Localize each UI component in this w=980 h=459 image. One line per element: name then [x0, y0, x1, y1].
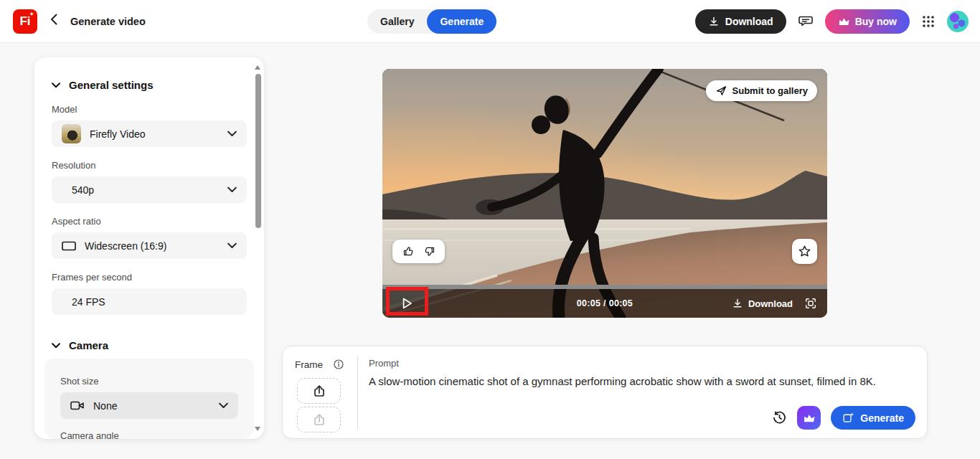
crown-icon	[838, 16, 849, 27]
apps-grid-button[interactable]	[921, 14, 936, 29]
chevron-down-icon	[227, 131, 237, 137]
chevron-down-icon	[227, 186, 237, 193]
submit-to-gallery-button[interactable]: Submit to gallery	[706, 80, 817, 101]
download-icon	[708, 16, 720, 27]
resolution-label: Resolution	[52, 160, 264, 171]
apps-grid-icon	[921, 14, 936, 29]
page-title: Generate video	[70, 16, 146, 27]
generated-video-frame	[382, 69, 827, 318]
video-preview[interactable]: Submit to gallery 00:05 / 00:05	[382, 69, 827, 318]
model-value: Firefly Video	[90, 128, 219, 140]
crown-icon	[803, 413, 815, 423]
info-icon[interactable]	[333, 359, 344, 370]
user-avatar[interactable]	[947, 11, 969, 32]
tab-generate[interactable]: Generate	[427, 9, 496, 34]
upload-icon	[312, 384, 326, 398]
generate-sparkle-icon	[842, 412, 854, 424]
generate-button-label: Generate	[860, 412, 904, 424]
chevron-down-icon	[219, 402, 228, 409]
back-button[interactable]	[50, 14, 57, 29]
model-dropdown[interactable]: Firefly Video	[52, 120, 247, 147]
feedback-button[interactable]	[798, 14, 814, 29]
firefly-generate-video-page: Fi ✦ Generate video Gallery Generate Dow…	[0, 0, 980, 459]
video-camera-icon	[70, 400, 85, 411]
model-label: Model	[52, 104, 264, 115]
prompt-bar: Frame Prompt A slow-motion cinematic sho…	[282, 346, 928, 439]
thumbs-up-button[interactable]	[402, 245, 415, 257]
model-thumbnail	[62, 124, 81, 143]
first-frame-upload[interactable]	[297, 378, 341, 404]
aspect-ratio-value: Widescreen (16:9)	[85, 240, 219, 252]
thumbs-up-icon	[402, 245, 415, 257]
camera-panel: Shot size None Camera angle	[44, 359, 254, 439]
frame-label: Frame	[295, 359, 323, 370]
camera-angle-label: Camera angle	[60, 430, 254, 439]
top-bar: Fi ✦ Generate video Gallery Generate Dow…	[0, 0, 980, 43]
general-settings-section-header[interactable]: General settings	[52, 79, 264, 91]
chevron-left-icon	[50, 14, 57, 25]
scrollbar-down-arrow[interactable]	[255, 427, 260, 431]
settings-sidebar: General settings Model Firefly Video Res…	[34, 57, 264, 439]
fps-label: Frames per second	[52, 272, 264, 283]
gallery-generate-toggle: Gallery Generate	[367, 9, 496, 34]
download-button[interactable]: Download	[695, 9, 786, 34]
logo-text: Fi	[19, 14, 30, 29]
resolution-dropdown[interactable]: 540p	[52, 176, 247, 203]
resolution-value: 540p	[62, 184, 219, 196]
camera-section-header[interactable]: Camera	[52, 339, 264, 351]
chevron-down-icon	[227, 242, 237, 249]
firefly-logo[interactable]: Fi ✦	[13, 9, 37, 34]
feedback-icon	[798, 14, 814, 29]
premium-button[interactable]	[797, 406, 821, 430]
thumbs-down-button[interactable]	[423, 245, 435, 257]
submit-to-gallery-label: Submit to gallery	[732, 85, 808, 96]
rating-pill	[392, 240, 445, 263]
widescreen-icon	[62, 241, 76, 251]
video-timecode: 00:05 / 00:05	[382, 298, 827, 308]
send-icon	[715, 85, 727, 97]
favorite-button[interactable]	[792, 239, 817, 264]
aspect-ratio-dropdown[interactable]: Widescreen (16:9)	[52, 232, 247, 259]
general-settings-title: General settings	[69, 79, 154, 91]
prompt-label: Prompt	[369, 358, 399, 369]
buy-now-button[interactable]: Buy now	[825, 9, 910, 34]
aspect-ratio-label: Aspect ratio	[52, 216, 264, 227]
upload-icon	[312, 412, 326, 427]
sidebar-scrollbar[interactable]	[255, 74, 261, 228]
chevron-down-icon	[52, 343, 60, 349]
shot-size-dropdown[interactable]: None	[60, 392, 238, 419]
sparkle-icon: ✦	[29, 11, 34, 16]
history-icon	[772, 410, 787, 425]
prompt-input[interactable]: A slow-motion cinematic shot of a gymnas…	[369, 374, 921, 389]
shot-size-label: Shot size	[60, 376, 254, 387]
download-button-label: Download	[725, 16, 773, 27]
fps-value: 24 FPS	[62, 296, 237, 308]
chevron-down-icon	[52, 82, 60, 88]
generate-button[interactable]: Generate	[831, 406, 915, 430]
last-frame-upload[interactable]	[297, 407, 341, 432]
camera-section-title: Camera	[69, 339, 108, 351]
fps-field[interactable]: 24 FPS	[52, 288, 247, 315]
divider	[357, 356, 358, 430]
scrollbar-up-arrow[interactable]	[255, 65, 260, 70]
history-button[interactable]	[772, 410, 787, 425]
video-controls-bar: 00:05 / 00:05 Download	[382, 285, 827, 318]
star-icon	[798, 245, 811, 258]
buy-now-label: Buy now	[855, 16, 897, 27]
shot-size-value: None	[93, 400, 210, 412]
tab-gallery[interactable]: Gallery	[367, 9, 427, 34]
thumbs-down-icon	[423, 245, 435, 257]
